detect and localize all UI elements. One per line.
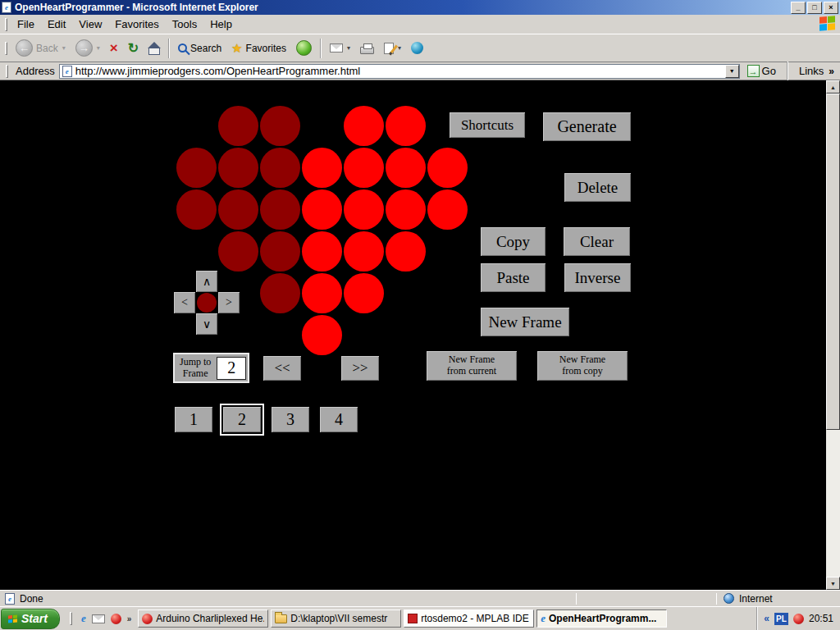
cursor-right-button[interactable]: > [218, 292, 240, 313]
language-indicator[interactable]: PL [774, 613, 788, 625]
arduino-app-icon [142, 614, 153, 624]
menu-file[interactable]: File [11, 16, 41, 33]
search-button[interactable]: Search [173, 36, 226, 61]
frame-button-1[interactable]: 1 [175, 407, 212, 432]
led-0-2[interactable] [260, 106, 300, 146]
toolbar-grip[interactable] [70, 612, 72, 625]
minimize-button[interactable]: _ [791, 2, 806, 14]
toolbar-grip[interactable] [5, 42, 7, 55]
forward-button[interactable]: → ▾ [71, 36, 105, 61]
quick-launch-overflow-icon[interactable]: » [127, 614, 132, 623]
refresh-button[interactable]: ↻ [123, 36, 144, 61]
led-1-6[interactable] [427, 148, 468, 188]
led-2-4[interactable] [344, 189, 384, 230]
next-frame-button[interactable]: >> [341, 356, 379, 381]
menu-view[interactable]: View [72, 16, 108, 33]
stop-icon: × [110, 40, 118, 57]
links-bar[interactable]: Links » [796, 65, 838, 77]
led-4-3[interactable] [302, 273, 342, 313]
led-2-2[interactable] [260, 189, 300, 230]
home-button[interactable] [144, 36, 165, 61]
task-button-openheart[interactable]: e OpenHeartProgramm... [536, 609, 667, 628]
shortcuts-button[interactable]: Shortcuts [450, 112, 525, 138]
home-icon [148, 48, 160, 55]
address-combo[interactable]: e http://www.jimmieprodgers.com/OpenHear… [59, 64, 740, 79]
maximize-button[interactable]: □ [807, 2, 822, 14]
generate-button[interactable]: Generate [543, 112, 631, 141]
start-button[interactable]: Start [1, 609, 60, 629]
menu-edit[interactable]: Edit [41, 16, 72, 33]
mail-button[interactable]: ▾ [325, 36, 355, 61]
clear-button[interactable]: Clear [564, 227, 630, 256]
led-0-1[interactable] [218, 106, 258, 146]
menu-favorites[interactable]: Favorites [108, 16, 165, 33]
inverse-button[interactable]: Inverse [564, 263, 631, 292]
go-button[interactable]: → Go [744, 63, 779, 80]
address-dropdown-button[interactable]: ▼ [725, 65, 739, 78]
scroll-thumb[interactable] [826, 94, 840, 430]
vertical-scrollbar[interactable]: ▲ ▼ [826, 80, 840, 590]
led-5-3[interactable] [302, 315, 342, 355]
frame-button-4[interactable]: 4 [320, 407, 358, 432]
cursor-led[interactable] [197, 293, 217, 313]
led-1-2[interactable] [260, 148, 300, 188]
close-button[interactable]: × [824, 2, 838, 14]
led-2-5[interactable] [386, 189, 426, 230]
new-frame-button[interactable]: New Frame [481, 308, 569, 336]
toolbar-grip[interactable] [5, 18, 7, 31]
led-2-0[interactable] [176, 189, 217, 230]
led-1-3[interactable] [302, 148, 342, 188]
edit-dropdown-icon: ▾ [398, 44, 401, 52]
led-1-0[interactable] [176, 148, 217, 188]
cursor-left-button[interactable]: < [174, 292, 195, 313]
led-3-2[interactable] [260, 231, 300, 272]
red-app-icon[interactable] [111, 614, 121, 624]
led-1-1[interactable] [218, 148, 258, 188]
led-3-3[interactable] [302, 231, 342, 272]
tray-app-icon[interactable] [793, 614, 804, 624]
address-input[interactable]: http://www.jimmieprodgers.com/OpenHeartP… [75, 65, 722, 77]
task-button-explorer-folder[interactable]: D:\klaptop\VII semestr [271, 609, 401, 628]
scroll-down-button[interactable]: ▼ [826, 577, 840, 590]
cursor-up-button[interactable]: ∧ [196, 271, 217, 292]
toolbar-grip[interactable] [6, 65, 8, 78]
jump-to-frame-input[interactable]: 2 [217, 357, 246, 380]
led-1-5[interactable] [386, 148, 426, 188]
print-button[interactable] [355, 36, 379, 61]
led-2-1[interactable] [218, 189, 258, 230]
copy-button[interactable]: Copy [481, 227, 546, 256]
back-button[interactable]: ← Back ▾ [11, 36, 71, 61]
task-button-mplab[interactable]: rtosdemo2 - MPLAB IDE ... [404, 609, 534, 628]
led-2-3[interactable] [302, 189, 342, 230]
stop-button[interactable]: × [105, 36, 123, 61]
favorites-button[interactable]: ★ Favorites [226, 36, 291, 61]
scroll-up-button[interactable]: ▲ [826, 80, 840, 94]
led-3-4[interactable] [344, 231, 384, 272]
led-0-4[interactable] [344, 106, 384, 146]
paste-button[interactable]: Paste [481, 263, 546, 292]
edit-button[interactable]: ▾ [379, 36, 406, 61]
frame-button-3[interactable]: 3 [272, 407, 309, 432]
internet-explorer-icon[interactable]: e [81, 612, 86, 625]
prev-frame-button[interactable]: << [263, 356, 301, 381]
led-4-4[interactable] [344, 273, 384, 313]
new-frame-from-current-button[interactable]: New Frame from current [427, 351, 517, 381]
led-4-2[interactable] [260, 273, 300, 313]
task-button-arduino[interactable]: Arduino Charliplexed He... [138, 609, 268, 628]
led-3-1[interactable] [218, 231, 258, 272]
mail-quicklaunch-icon[interactable] [92, 614, 105, 623]
new-frame-from-copy-button[interactable]: New Frame from copy [537, 351, 628, 381]
delete-button[interactable]: Delete [564, 173, 631, 202]
cursor-down-button[interactable]: ∨ [196, 313, 217, 335]
led-3-5[interactable] [386, 231, 426, 272]
menu-help[interactable]: Help [203, 16, 239, 33]
led-1-4[interactable] [344, 148, 384, 188]
led-2-6[interactable] [427, 189, 468, 230]
frame-button-2[interactable]: 2 [223, 407, 261, 432]
refresh-icon: ↻ [128, 40, 139, 56]
history-button[interactable] [291, 36, 317, 61]
messenger-button[interactable] [406, 36, 428, 61]
tray-collapse-icon[interactable]: « [764, 613, 769, 624]
menu-tools[interactable]: Tools [166, 16, 203, 33]
led-0-5[interactable] [386, 106, 426, 146]
